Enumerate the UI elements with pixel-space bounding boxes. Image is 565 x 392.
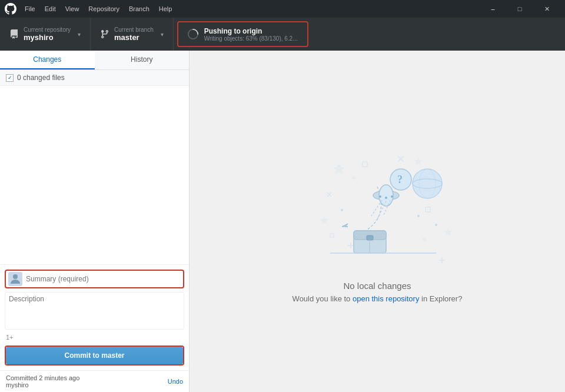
description-textarea[interactable]: [5, 292, 184, 330]
maximize-button[interactable]: □: [506, 0, 533, 18]
svg-rect-14: [363, 162, 367, 167]
current-repository-section[interactable]: Current repository myshiro ▾: [0, 18, 91, 51]
menu-branch[interactable]: Branch: [124, 4, 154, 14]
co-authors-button[interactable]: 1+: [5, 331, 184, 343]
sidebar-tabs: Changes History: [0, 51, 189, 70]
svg-point-39: [435, 224, 437, 226]
push-sub: Writing objects: 63% (83/130), 6.2...: [204, 35, 298, 42]
svg-marker-4: [320, 216, 328, 224]
svg-point-38: [341, 209, 343, 211]
window-controls: ‒ □ ✕: [479, 0, 560, 18]
svg-point-37: [417, 215, 420, 217]
svg-text:?: ?: [397, 174, 403, 185]
main-content: ? No local changes Would you like to ope…: [190, 51, 565, 392]
branch-chevron-icon: ▾: [161, 31, 164, 38]
commit-button-wrap: Commit to master: [5, 346, 184, 366]
svg-point-17: [352, 176, 355, 180]
svg-point-26: [391, 195, 393, 198]
close-button[interactable]: ✕: [533, 0, 560, 18]
sidebar: Changes History 0 changed files 1+: [0, 51, 190, 392]
menu-help[interactable]: Help: [154, 4, 177, 14]
menu-bar: File Edit View Repository Branch Help: [20, 4, 177, 14]
svg-marker-5: [444, 228, 452, 236]
current-branch-section[interactable]: Current branch master ▾: [91, 18, 174, 51]
branch-icon: [100, 29, 109, 39]
push-spinner-icon: [188, 29, 198, 39]
no-changes-sub-before: Would you like to: [293, 294, 353, 303]
repo-label: Current repository: [24, 26, 71, 33]
summary-row: [5, 270, 184, 288]
repo-icon: [9, 29, 19, 39]
empty-state-illustration: ?: [295, 139, 460, 269]
svg-rect-15: [426, 207, 430, 212]
svg-point-23: [379, 185, 393, 206]
last-commit-label: Committed 2 minutes ago: [6, 374, 79, 381]
tab-changes[interactable]: Changes: [0, 51, 95, 69]
menu-file[interactable]: File: [20, 4, 40, 14]
svg-point-24: [379, 195, 381, 198]
repo-name: myshiro: [24, 33, 71, 42]
tab-history[interactable]: History: [95, 51, 190, 69]
svg-point-19: [413, 169, 442, 198]
select-all-checkbox[interactable]: [6, 74, 14, 82]
svg-point-18: [423, 238, 426, 241]
avatar: [8, 272, 22, 286]
commit-button[interactable]: Commit to master: [6, 347, 183, 364]
menu-edit[interactable]: Edit: [40, 4, 61, 14]
changed-files-count: 0 changed files: [17, 74, 65, 82]
undo-button[interactable]: Undo: [168, 378, 183, 385]
last-commit-user: myshiro: [6, 381, 79, 388]
repo-chevron-icon: ▾: [78, 31, 81, 38]
push-status-section[interactable]: Pushing to origin Writing objects: 63% (…: [177, 21, 308, 47]
main-layout: Changes History 0 changed files 1+: [0, 51, 565, 392]
summary-input[interactable]: [26, 275, 181, 283]
files-list: [0, 86, 189, 264]
commit-footer: Committed 2 minutes ago myshiro Undo: [0, 370, 189, 392]
no-changes-subtitle: Would you like to open this repository i…: [293, 294, 463, 303]
no-changes-sub-after: in Explorer?: [419, 294, 462, 303]
no-changes-title: No local changes: [343, 281, 411, 291]
menu-repository[interactable]: Repository: [84, 4, 124, 14]
push-title: Pushing to origin: [204, 27, 298, 35]
changed-files-bar: 0 changed files: [0, 70, 189, 86]
open-repository-link[interactable]: open this repository: [353, 294, 419, 303]
menu-view[interactable]: View: [61, 4, 84, 14]
app-header: Current repository myshiro ▾ Current bra…: [0, 18, 565, 51]
titlebar: File Edit View Repository Branch Help ‒ …: [0, 0, 565, 18]
svg-rect-16: [330, 234, 334, 237]
svg-marker-2: [414, 157, 423, 165]
minimize-button[interactable]: ‒: [479, 0, 506, 18]
svg-marker-1: [333, 163, 345, 174]
svg-rect-34: [367, 235, 373, 240]
commit-area: 1+ Commit to master: [0, 264, 189, 370]
github-logo-icon: [5, 3, 16, 15]
branch-label: Current branch: [114, 26, 154, 33]
branch-name: master: [114, 33, 154, 42]
svg-point-25: [385, 197, 387, 199]
svg-point-0: [13, 274, 18, 279]
